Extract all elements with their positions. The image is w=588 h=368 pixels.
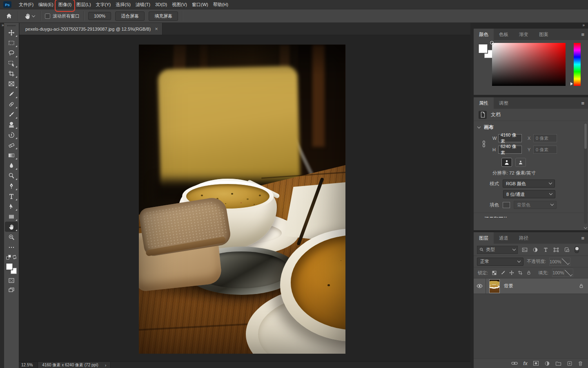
eyedropper-tool[interactable]	[5, 89, 18, 99]
tab-channels[interactable]: 通道	[494, 232, 514, 244]
new-layer-icon[interactable]	[567, 361, 572, 366]
menu-help[interactable]: 帮助(H)	[211, 0, 231, 9]
panel-menu-icon[interactable]: ≡	[581, 31, 588, 38]
delete-layer-icon[interactable]	[578, 361, 583, 366]
lasso-tool[interactable]	[5, 48, 18, 58]
portrait-orientation-button[interactable]	[501, 158, 512, 167]
layer-visibility-toggle[interactable]	[474, 278, 486, 294]
scroll-all-windows-option[interactable]: 滚动所有窗口	[45, 13, 80, 19]
tab-layers[interactable]: 图层	[474, 232, 494, 244]
fill-screen-button[interactable]: 填充屏幕	[149, 11, 178, 21]
tab-gradients[interactable]: 渐变	[514, 29, 534, 40]
saturation-brightness-field[interactable]	[492, 43, 566, 86]
layer-thumbnail[interactable]	[489, 279, 500, 293]
rectangle-tool[interactable]	[5, 211, 18, 222]
width-input[interactable]: 4160 像素	[498, 134, 522, 142]
status-document-info[interactable]: 4160 像素 x 6240 像素 (72 ppi) ›	[38, 362, 111, 368]
lock-pixels-icon[interactable]	[501, 270, 506, 275]
color-picker-handle[interactable]	[490, 41, 494, 45]
new-adjustment-layer-icon[interactable]	[544, 361, 550, 366]
lock-position-icon[interactable]	[509, 270, 514, 275]
path-selection-tool[interactable]	[5, 201, 18, 211]
move-tool[interactable]	[5, 27, 18, 38]
height-input[interactable]: 6240 像素	[498, 146, 522, 154]
bit-depth-dropdown[interactable]: 8 位/通道	[503, 190, 555, 198]
status-zoom-field[interactable]: 12.5%	[19, 363, 38, 367]
history-brush-tool[interactable]	[5, 130, 18, 140]
document-viewport[interactable]	[19, 35, 470, 361]
status-options-icon[interactable]: ›	[105, 363, 107, 368]
new-group-icon[interactable]	[555, 361, 561, 366]
hand-tool-option[interactable]	[22, 13, 36, 20]
canvas-section-header[interactable]: 画布	[474, 121, 588, 132]
menu-3d[interactable]: 3D(D)	[153, 1, 169, 8]
tab-swatches[interactable]: 色板	[494, 29, 514, 40]
type-tool[interactable]	[5, 191, 18, 201]
layer-style-icon[interactable]: fx	[523, 361, 528, 366]
menu-type[interactable]: 文字(Y)	[94, 0, 114, 9]
y-input[interactable]: 0 像素	[533, 146, 557, 154]
pen-tool[interactable]	[5, 181, 18, 191]
default-and-swap-colors[interactable]	[4, 252, 19, 262]
filter-shape-icon[interactable]	[553, 247, 559, 253]
blur-tool[interactable]	[5, 160, 18, 171]
document-tab[interactable]: pexels-duygu-aci-2037502735-29139087.jpg…	[20, 23, 163, 35]
panel-menu-icon[interactable]: ≡	[581, 100, 588, 106]
crop-tool[interactable]	[5, 68, 18, 79]
hand-tool[interactable]	[5, 222, 18, 232]
tab-color[interactable]: 颜色	[474, 29, 494, 40]
edit-toolbar-button[interactable]	[5, 242, 18, 252]
filter-image-icon[interactable]	[522, 247, 528, 253]
fill-value-field[interactable]: 100%	[552, 269, 573, 277]
panel-grip[interactable]	[7, 25, 16, 27]
opacity-value-field[interactable]: 100%	[549, 258, 570, 266]
hue-strip[interactable]	[574, 43, 581, 86]
blend-mode-dropdown[interactable]: 正常	[477, 258, 523, 266]
menu-view[interactable]: 视图(V)	[169, 0, 189, 9]
canvas-fill-swatch[interactable]	[503, 202, 510, 208]
tab-properties[interactable]: 属性	[474, 97, 494, 109]
screen-mode-button[interactable]	[4, 285, 19, 295]
x-input[interactable]: 0 像素	[533, 134, 557, 142]
filter-toggle-switch[interactable]	[575, 246, 579, 253]
color-mode-dropdown[interactable]: RGB 颜色	[503, 180, 555, 188]
gradient-tool[interactable]	[5, 150, 18, 160]
canvas-fill-dropdown[interactable]: 背景色	[514, 201, 557, 209]
menu-image[interactable]: 图像(I)	[56, 0, 74, 9]
scroll-down-icon[interactable]	[584, 226, 587, 229]
menu-edit[interactable]: 编辑(E)	[36, 0, 56, 9]
rectangular-marquee-tool[interactable]	[5, 38, 18, 48]
frame-tool[interactable]	[5, 79, 18, 89]
menu-file[interactable]: 文件(F)	[16, 0, 36, 9]
link-layers-icon[interactable]	[511, 361, 518, 366]
document-canvas-image[interactable]	[139, 45, 345, 354]
object-selection-tool[interactable]	[5, 58, 18, 68]
hue-slider-handle[interactable]	[570, 82, 573, 85]
layer-filter-dropdown[interactable]: 类型	[477, 246, 518, 254]
collapse-panels-icon[interactable]: »	[582, 23, 585, 29]
tab-patterns[interactable]: 图案	[534, 29, 554, 40]
dodge-tool[interactable]	[5, 171, 18, 181]
add-layer-mask-icon[interactable]	[533, 361, 539, 366]
clone-stamp-tool[interactable]	[5, 119, 18, 130]
eraser-tool[interactable]	[5, 140, 18, 150]
spot-healing-brush-tool[interactable]	[5, 99, 18, 109]
foreground-background-colors[interactable]	[4, 262, 19, 276]
fit-screen-button[interactable]: 适合屏幕	[115, 11, 145, 21]
zoom-100-button[interactable]: 100%	[88, 12, 111, 20]
properties-scrollbar[interactable]	[584, 123, 587, 224]
tab-adjustments[interactable]: 调整	[494, 97, 514, 109]
brush-tool[interactable]	[5, 109, 18, 119]
menu-window[interactable]: 窗口(W)	[189, 0, 211, 9]
filter-smart-object-icon[interactable]	[564, 247, 570, 253]
menu-layer[interactable]: 图层(L)	[74, 0, 93, 9]
foreground-color-swatch[interactable]	[479, 44, 488, 53]
panel-menu-icon[interactable]: ≡	[581, 235, 588, 241]
menu-select[interactable]: 选择(S)	[113, 0, 133, 9]
menu-filter[interactable]: 滤镜(T)	[133, 0, 153, 9]
tab-paths[interactable]: 路径	[514, 232, 534, 244]
landscape-orientation-button[interactable]	[515, 158, 526, 167]
filter-adjustment-icon[interactable]	[532, 247, 538, 253]
quick-mask-mode-button[interactable]	[4, 276, 19, 285]
link-dimensions-icon[interactable]	[481, 139, 486, 148]
